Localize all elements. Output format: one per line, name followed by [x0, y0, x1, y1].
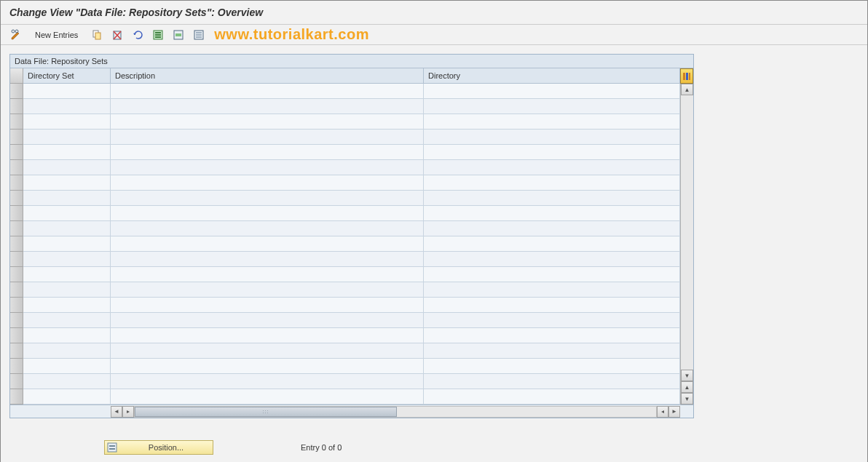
table-row[interactable]	[23, 206, 680, 221]
cell-directory-set[interactable]	[23, 343, 111, 359]
scroll-right-button[interactable]: ◂	[657, 406, 668, 418]
undo-button[interactable]	[128, 28, 147, 42]
cell-description[interactable]	[111, 206, 424, 221]
cell-directory[interactable]	[424, 236, 680, 252]
cell-description[interactable]	[111, 160, 424, 175]
row-selector[interactable]	[10, 313, 23, 328]
vertical-scroll-track[interactable]	[681, 95, 693, 370]
column-header-description[interactable]: Description	[111, 68, 424, 84]
cell-directory-set[interactable]	[23, 389, 111, 405]
cell-directory[interactable]	[424, 145, 680, 160]
row-selector[interactable]	[10, 282, 23, 298]
cell-directory[interactable]	[424, 328, 680, 343]
cell-directory[interactable]	[424, 298, 680, 313]
row-selector[interactable]	[10, 389, 23, 405]
cell-description[interactable]	[111, 175, 424, 191]
horizontal-scroll-thumb[interactable]: :::	[135, 407, 397, 417]
row-selector[interactable]	[10, 145, 23, 160]
cell-directory-set[interactable]	[23, 84, 111, 99]
cell-description[interactable]	[111, 114, 424, 130]
cell-directory[interactable]	[424, 130, 680, 145]
table-row[interactable]	[23, 298, 680, 313]
table-row[interactable]	[23, 343, 680, 359]
cell-directory[interactable]	[424, 191, 680, 206]
table-row[interactable]	[23, 389, 680, 405]
cell-directory[interactable]	[424, 389, 680, 405]
cell-directory[interactable]	[424, 252, 680, 267]
table-row[interactable]	[23, 313, 680, 328]
select-all-button[interactable]	[149, 28, 167, 42]
table-row[interactable]	[23, 114, 680, 130]
vertical-scrollbar[interactable]: ▲ ▼ ▲ ▼	[680, 84, 693, 405]
row-selector[interactable]	[10, 236, 23, 252]
cell-directory-set[interactable]	[23, 282, 111, 298]
cell-directory[interactable]	[424, 267, 680, 282]
table-row[interactable]	[23, 282, 680, 298]
new-entries-button[interactable]: New Entries	[27, 28, 86, 42]
cell-description[interactable]	[111, 298, 424, 313]
row-selector[interactable]	[10, 298, 23, 313]
cell-description[interactable]	[111, 359, 424, 374]
deselect-all-button[interactable]	[189, 28, 208, 42]
row-selector[interactable]	[10, 359, 23, 374]
row-selector[interactable]	[10, 328, 23, 343]
cell-directory[interactable]	[424, 313, 680, 328]
cell-directory-set[interactable]	[23, 99, 111, 114]
cell-description[interactable]	[111, 221, 424, 236]
cell-description[interactable]	[111, 282, 424, 298]
table-row[interactable]	[23, 252, 680, 267]
cell-directory[interactable]	[424, 282, 680, 298]
cell-directory-set[interactable]	[23, 114, 111, 130]
cell-directory-set[interactable]	[23, 145, 111, 160]
select-block-button[interactable]	[169, 28, 188, 42]
cell-description[interactable]	[111, 374, 424, 389]
scroll-left-button[interactable]: ▸	[122, 406, 134, 418]
row-selector[interactable]	[10, 84, 23, 99]
cell-description[interactable]	[111, 389, 424, 405]
cell-description[interactable]	[111, 313, 424, 328]
row-selector[interactable]	[10, 114, 23, 130]
scroll-up-small-button[interactable]: ▲	[681, 381, 693, 393]
cell-directory[interactable]	[424, 84, 680, 99]
row-selector[interactable]	[10, 99, 23, 114]
table-row[interactable]	[23, 84, 680, 99]
cell-directory-set[interactable]	[23, 252, 111, 267]
table-row[interactable]	[23, 328, 680, 343]
row-selector[interactable]	[10, 206, 23, 221]
cell-directory[interactable]	[424, 374, 680, 389]
cell-directory-set[interactable]	[23, 206, 111, 221]
cell-directory-set[interactable]	[23, 313, 111, 328]
cell-directory[interactable]	[424, 221, 680, 236]
cell-directory[interactable]	[424, 343, 680, 359]
row-selector-header[interactable]	[10, 68, 23, 84]
table-row[interactable]	[23, 99, 680, 114]
cell-directory[interactable]	[424, 175, 680, 191]
delete-button[interactable]	[108, 28, 127, 42]
table-row[interactable]	[23, 221, 680, 236]
cell-description[interactable]	[111, 84, 424, 99]
cell-description[interactable]	[111, 343, 424, 359]
horizontal-scroll-track[interactable]: :::	[134, 406, 657, 418]
table-row[interactable]	[23, 191, 680, 206]
row-selector[interactable]	[10, 267, 23, 282]
row-selector[interactable]	[10, 343, 23, 359]
cell-description[interactable]	[111, 130, 424, 145]
table-row[interactable]	[23, 267, 680, 282]
cell-description[interactable]	[111, 267, 424, 282]
scroll-left-first-button[interactable]: ◄	[111, 406, 122, 418]
table-row[interactable]	[23, 145, 680, 160]
cell-directory[interactable]	[424, 160, 680, 175]
cell-description[interactable]	[111, 236, 424, 252]
row-selector[interactable]	[10, 191, 23, 206]
row-selector[interactable]	[10, 374, 23, 389]
row-selector[interactable]	[10, 252, 23, 267]
table-row[interactable]	[23, 175, 680, 191]
row-selector[interactable]	[10, 175, 23, 191]
cell-directory-set[interactable]	[23, 298, 111, 313]
cell-description[interactable]	[111, 99, 424, 114]
table-row[interactable]	[23, 359, 680, 374]
cell-directory-set[interactable]	[23, 175, 111, 191]
cell-directory-set[interactable]	[23, 160, 111, 175]
cell-directory-set[interactable]	[23, 359, 111, 374]
cell-directory[interactable]	[424, 114, 680, 130]
